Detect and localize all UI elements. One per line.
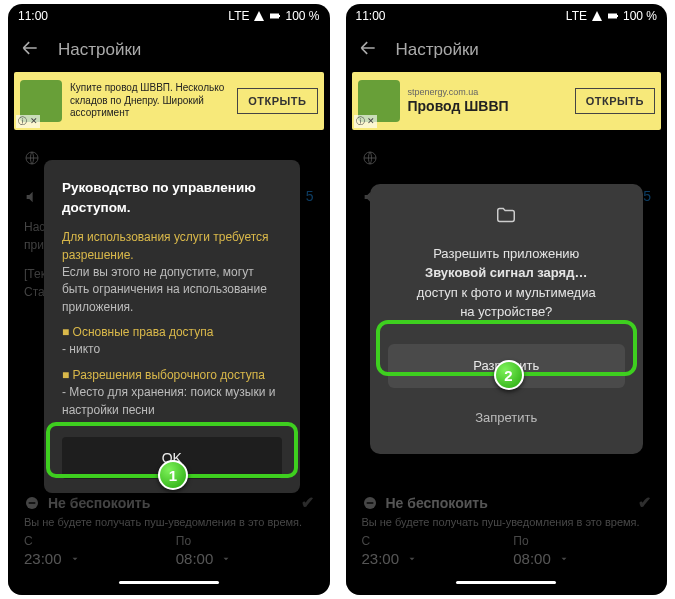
status-bar: 11:00 LTE 100 % <box>346 4 668 28</box>
ad-title: Провод ШВВП <box>408 98 567 116</box>
deny-button[interactable]: Запретить <box>388 398 626 438</box>
permission-dialog: Разрешить приложению Звуковой сигнал зар… <box>370 184 644 454</box>
dialog-p2: Если вы этого не допустите, могут быть о… <box>62 264 282 316</box>
phone-right: 11:00 LTE 100 % Настройки stpenergy.com.… <box>346 4 668 595</box>
perm-app-name: Звуковой сигнал заряд… <box>425 265 587 280</box>
ad-badge[interactable]: ⓘ ✕ <box>354 115 378 128</box>
app-bar: Настройки <box>8 28 330 72</box>
svg-rect-0 <box>270 14 279 19</box>
step-badge-1: 1 <box>158 460 188 490</box>
perm-line1: Разрешить приложению <box>433 246 579 261</box>
perm-line4: на устройстве? <box>460 304 552 319</box>
dialog-b2: ■ Разрешения выборочного доступа <box>62 367 282 384</box>
status-time: 11:00 <box>356 9 386 23</box>
dialog-b2s: - Место для хранения: поиск музыки и нас… <box>62 384 282 419</box>
status-net: LTE <box>228 9 249 23</box>
nav-bar[interactable] <box>346 573 668 591</box>
ad-text: Купите провод ШВВП. Несколько складов по… <box>70 82 229 120</box>
back-icon[interactable] <box>20 38 40 63</box>
perm-line3: доступ к фото и мультимедиа <box>417 285 596 300</box>
ad-badge[interactable]: ⓘ ✕ <box>16 115 40 128</box>
dialog-title: Руководство по управлению доступом. <box>62 178 282 217</box>
dialog-b1: ■ Основные права доступа <box>62 324 282 341</box>
ad-open-button[interactable]: ОТКРЫТЬ <box>237 88 317 114</box>
signal-icon <box>253 10 265 22</box>
status-time: 11:00 <box>18 9 48 23</box>
battery-icon <box>607 10 619 22</box>
dialog-p1: Для использования услуги требуется разре… <box>62 229 282 264</box>
status-bar: 11:00 LTE 100 % <box>8 4 330 28</box>
folder-icon <box>388 204 626 232</box>
app-bar: Настройки <box>346 28 668 72</box>
ad-banner[interactable]: stpenergy.com.ua Провод ШВВП ОТКРЫТЬ ⓘ ✕ <box>352 72 662 130</box>
status-right: LTE 100 % <box>566 9 657 23</box>
phone-left: 11:00 LTE 100 % Настройки Купите провод … <box>8 4 330 595</box>
signal-icon <box>591 10 603 22</box>
dialog-b1s: - никто <box>62 341 282 358</box>
status-right: LTE 100 % <box>228 9 319 23</box>
step-badge-2: 2 <box>494 360 524 390</box>
svg-rect-6 <box>617 15 618 17</box>
status-battery: 100 % <box>623 9 657 23</box>
ad-banner[interactable]: Купите провод ШВВП. Несколько складов по… <box>14 72 324 130</box>
battery-icon <box>269 10 281 22</box>
access-guide-dialog: Руководство по управлению доступом. Для … <box>44 160 300 493</box>
ad-domain: stpenergy.com.ua <box>408 87 567 98</box>
back-icon[interactable] <box>358 38 378 63</box>
appbar-title: Настройки <box>58 40 141 60</box>
appbar-title: Настройки <box>396 40 479 60</box>
ad-open-button[interactable]: ОТКРЫТЬ <box>575 88 655 114</box>
nav-bar[interactable] <box>8 573 330 591</box>
status-net: LTE <box>566 9 587 23</box>
svg-rect-5 <box>608 14 617 19</box>
svg-rect-1 <box>279 15 280 17</box>
ad-text: stpenergy.com.ua Провод ШВВП <box>408 87 567 116</box>
status-battery: 100 % <box>285 9 319 23</box>
